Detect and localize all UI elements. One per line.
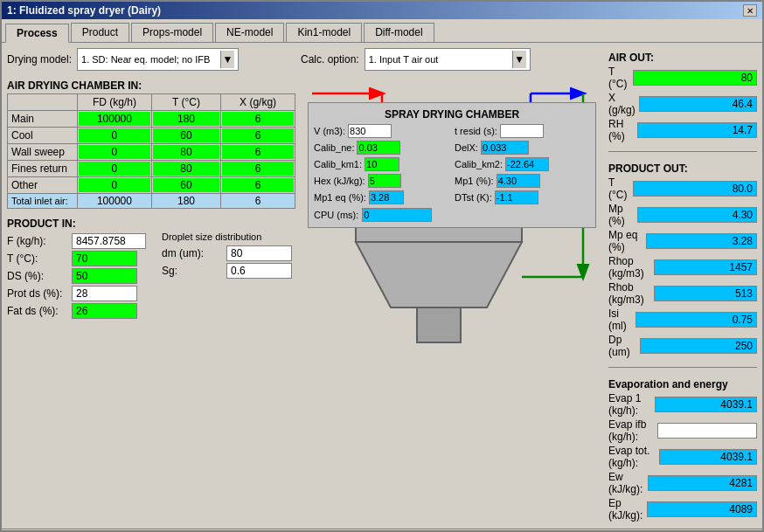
finesreturn-t-input[interactable] — [153, 162, 219, 176]
evap-tot-input — [659, 449, 757, 465]
prod-row-ds: DS (%): — [7, 268, 146, 284]
svg-marker-1 — [356, 242, 522, 307]
droplet-sg-row: Sg: — [162, 263, 292, 279]
chamber-dtst-row: DTst (K): — [455, 190, 590, 204]
evap-tot-row: Evap tot. (kg/h): — [608, 445, 757, 469]
spray-dryer-diagram: SPRAY DRYING CHAMBER V (m3): t resid (s)… — [303, 76, 601, 523]
prod-row-fat: Fat ds (%): — [7, 303, 146, 319]
air-out-t-row: T (°C) — [608, 66, 757, 90]
other-t-input[interactable] — [153, 178, 219, 192]
evap-ifb-label: Evap ifb (kg/h): — [608, 418, 657, 443]
chamber-calibne-input[interactable] — [357, 141, 400, 155]
cool-x-input[interactable] — [222, 128, 294, 142]
prod-prot-input[interactable] — [72, 286, 137, 301]
prod-row-prot: Prot ds (%): — [7, 286, 146, 301]
air-out-x-row: X (g/kg) — [608, 92, 757, 116]
chamber-mp1eq-row: Mp1 eq (%): — [314, 190, 449, 204]
prod-out-isi-label: Isi (ml) — [608, 307, 636, 332]
row-label-cool: Cool — [8, 128, 78, 144]
tab-process[interactable]: Process — [5, 24, 69, 43]
finesreturn-fd-input[interactable] — [79, 162, 150, 176]
chamber-tresid-input[interactable] — [500, 124, 544, 138]
air-out-t-label: T (°C) — [608, 66, 633, 90]
row-label-total: Total inlet air: — [8, 194, 78, 209]
product-out-section: PRODUCT OUT: T (°C) Mp (%) Mp eq (%) Rho… — [608, 159, 757, 360]
chamber-calibkm2-row: Calib_km2: — [455, 157, 590, 171]
tab-kin1-model[interactable]: Kin1-model — [286, 23, 362, 42]
chamber-mp1-row: Mp1 (%): — [455, 174, 590, 188]
wallsweep-x-input[interactable] — [222, 145, 294, 159]
other-x-input[interactable] — [222, 178, 294, 192]
drying-model-label: Drying model: — [7, 53, 72, 66]
prod-out-mp-input — [637, 207, 757, 223]
prod-f-input — [72, 233, 146, 249]
prod-out-mpeq-row: Mp eq (%) — [608, 229, 757, 253]
droplet-dm-row: dm (um): — [162, 245, 292, 261]
chamber-calibkm1-input[interactable] — [365, 157, 399, 171]
chamber-calibkm1-label: Calib_km1: — [314, 159, 362, 169]
right-panel: AIR OUT: T (°C) X (g/kg) RH (%) P — [608, 48, 757, 523]
droplet-sg-input[interactable] — [226, 263, 292, 279]
air-in-title: AIR DRYING CHAMBER IN: — [7, 79, 295, 92]
prod-out-t-input — [633, 181, 757, 197]
chamber-calibne-label: Calib_ne: — [314, 142, 354, 153]
chamber-calibkm2-input — [505, 157, 549, 171]
prod-t-input[interactable] — [72, 251, 137, 266]
droplet-sg-label: Sg: — [162, 265, 223, 277]
chamber-mp1-input — [497, 174, 540, 188]
calc-option-label: Calc. option: — [301, 53, 359, 66]
chamber-dtst-input — [495, 190, 538, 204]
title-bar: 1: Fluidized spray dryer (Dairy) ✕ — [2, 2, 762, 19]
air-out-rh-row: RH (%) — [608, 118, 757, 142]
cool-fd-input[interactable] — [79, 128, 150, 142]
chamber-mp1eq-input — [369, 190, 404, 204]
calc-option-dropdown[interactable]: 1. Input T air out ▼ — [365, 48, 531, 71]
main-x-input[interactable] — [222, 112, 294, 126]
tab-ne-model[interactable]: NE-model — [215, 23, 284, 42]
main-fd-input[interactable] — [79, 112, 150, 126]
col-name — [8, 94, 78, 111]
cool-t-input[interactable] — [153, 128, 219, 142]
drying-model-dropdown[interactable]: 1. SD: Near eq. model; no IFB ▼ — [77, 48, 239, 71]
chamber-calibkm2-label: Calib_km2: — [455, 159, 503, 169]
prod-out-rhop-input — [654, 259, 757, 275]
drying-model-dropdown-arrow[interactable]: ▼ — [220, 51, 234, 68]
droplet-section: Droplet size distribution dm (um): Sg: — [162, 231, 292, 321]
main-t-input[interactable] — [153, 112, 219, 126]
row-label-other: Other — [8, 177, 78, 194]
droplet-title: Droplet size distribution — [162, 231, 292, 242]
prod-out-rhob-label: Rhob (kg/m3) — [608, 281, 654, 306]
main-window: 1: Fluidized spray dryer (Dairy) ✕ Proce… — [0, 0, 764, 532]
prod-ds-label: DS (%): — [7, 270, 68, 282]
calc-option-arrow[interactable]: ▼ — [512, 51, 526, 68]
evap-ifb-row: Evap ifb (kg/h): — [608, 418, 757, 443]
finesreturn-x-input[interactable] — [222, 162, 294, 176]
prod-ds-input[interactable] — [72, 268, 137, 284]
col-t: T (°C) — [151, 94, 220, 111]
tab-props-model[interactable]: Props-model — [131, 23, 213, 42]
wallsweep-fd-input[interactable] — [79, 145, 150, 159]
chamber-tresid-label: t resid (s): — [455, 126, 497, 136]
prod-fat-input[interactable] — [72, 303, 137, 319]
prod-out-rhob-input — [654, 286, 757, 301]
evap-section: Evaporation and energy Evap 1 (kg/h): Ev… — [608, 375, 757, 523]
middle-panel: Calc. option: 1. Input T air out ▼ — [301, 48, 603, 523]
air-out-x-input — [639, 96, 757, 112]
close-button[interactable]: ✕ — [743, 4, 757, 17]
droplet-dm-input[interactable] — [226, 245, 292, 261]
air-row-cool: Cool — [8, 128, 295, 144]
prod-row-f: F (kg/h): — [7, 233, 146, 249]
air-out-t-input[interactable] — [633, 70, 757, 86]
tab-product[interactable]: Product — [71, 23, 129, 42]
prod-out-dp-label: Dp (um) — [608, 334, 640, 358]
other-fd-input[interactable] — [79, 178, 150, 192]
tab-diff-model[interactable]: Diff-model — [364, 23, 434, 42]
chamber-v-input[interactable] — [348, 124, 392, 138]
wallsweep-t-input[interactable] — [153, 145, 219, 159]
product-in-title: PRODUCT IN: — [7, 218, 295, 230]
prod-out-mpeq-label: Mp eq (%) — [608, 229, 646, 253]
chamber-hex-input[interactable] — [368, 174, 401, 188]
prod-out-rhop-row: Rhop (kg/m3) — [608, 255, 757, 280]
row-label-finesreturn: Fines return — [8, 161, 78, 177]
total-t — [153, 195, 219, 207]
